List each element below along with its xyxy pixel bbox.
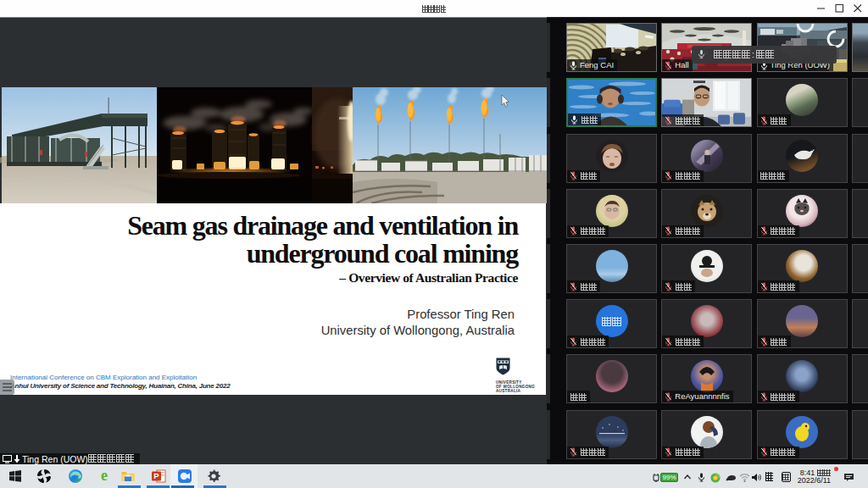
svg-text:P: P — [153, 471, 159, 480]
